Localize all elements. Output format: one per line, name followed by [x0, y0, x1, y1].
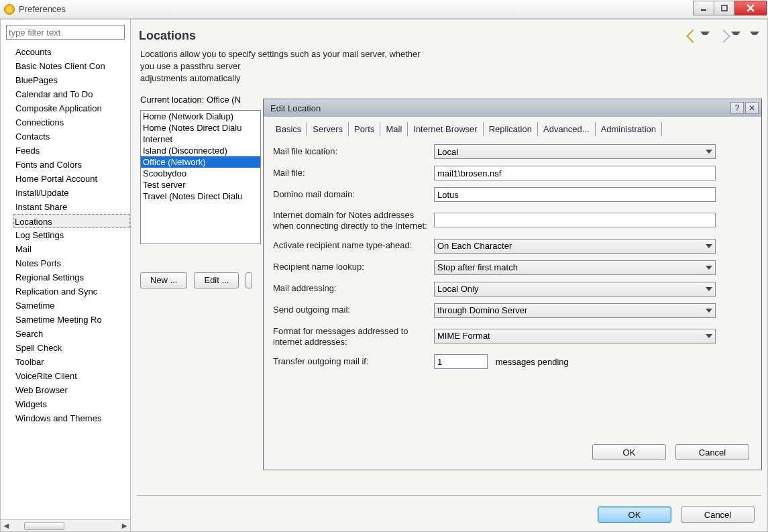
- transfer-label: Transfer outgoing mail if:: [273, 356, 431, 367]
- lookup-label: Recipient name lookup:: [273, 262, 431, 272]
- tree-item[interactable]: Fonts and Colors: [14, 158, 130, 172]
- dialog-tab[interactable]: Mail: [380, 122, 408, 136]
- dialog-tab[interactable]: Servers: [307, 122, 349, 136]
- domino-domain-input[interactable]: [434, 187, 716, 202]
- minimize-button[interactable]: [693, 1, 714, 15]
- dialog-close-button[interactable]: ✕: [745, 102, 759, 114]
- dialog-tabs: BasicsServersPortsMailInternet BrowserRe…: [264, 117, 761, 136]
- dialog-title: Edit Location: [270, 103, 729, 113]
- page-nav: [688, 32, 759, 41]
- internet-domain-input[interactable]: [434, 213, 716, 227]
- dialog-tab[interactable]: Basics: [270, 122, 307, 136]
- dialog-buttons: OK Cancel: [592, 444, 749, 460]
- tree-item[interactable]: VoiceRite Client: [14, 369, 130, 383]
- mail-file-label: Mail file:: [273, 168, 431, 178]
- forward-arrow-icon[interactable]: [717, 30, 730, 43]
- tree-item[interactable]: Log Settings: [14, 228, 130, 242]
- tree-item[interactable]: Spell Check: [14, 341, 130, 355]
- tree-item[interactable]: Regional Settings: [14, 270, 130, 284]
- new-location-button[interactable]: New ...: [140, 272, 187, 288]
- transfer-suffix: messages pending: [496, 357, 569, 367]
- window-buttons: [694, 1, 767, 15]
- outgoing-select[interactable]: through Domino Server: [434, 303, 716, 318]
- tree-item[interactable]: Install/Update: [14, 186, 130, 200]
- tree-item[interactable]: Widgets: [14, 397, 130, 411]
- tree-item[interactable]: Feeds: [14, 144, 130, 158]
- chevron-down-icon: [706, 309, 712, 313]
- transfer-count-input[interactable]: [434, 354, 488, 369]
- chevron-down-icon: [706, 287, 712, 291]
- tree-item[interactable]: Sametime: [14, 299, 130, 313]
- dialog-help-button[interactable]: ?: [730, 102, 744, 114]
- window-title: Preferences: [19, 4, 694, 14]
- lookup-select[interactable]: Stop after first match: [434, 260, 716, 275]
- location-list-item[interactable]: Office (Network): [141, 156, 260, 168]
- back-arrow-icon[interactable]: [686, 30, 700, 43]
- app-icon: [4, 4, 15, 15]
- mail-file-input[interactable]: [434, 166, 716, 180]
- location-list-item[interactable]: Travel (Notes Direct Dialu: [141, 191, 260, 202]
- forward-dropdown-icon[interactable]: [731, 32, 740, 41]
- preferences-dialog-buttons: OK Cancel: [598, 507, 755, 523]
- tree-item[interactable]: Mail: [14, 242, 130, 256]
- location-list-item[interactable]: Internet: [141, 134, 260, 145]
- tree-item[interactable]: Toolbar: [14, 355, 130, 369]
- tree-item[interactable]: Replication and Sync: [14, 284, 130, 299]
- location-list-item[interactable]: Island (Disconnected): [141, 145, 260, 156]
- typeahead-select[interactable]: On Each Character: [434, 239, 716, 254]
- location-list-item[interactable]: Scoobydoo: [141, 168, 260, 179]
- transfer-row: messages pending: [434, 354, 752, 369]
- dialog-tab[interactable]: Advanced...: [538, 122, 596, 136]
- dialog-tab[interactable]: Replication: [484, 122, 538, 136]
- truncated-button[interactable]: [245, 272, 252, 288]
- tree-item[interactable]: Sametime Meeting Ro: [14, 313, 130, 327]
- edit-location-button[interactable]: Edit ...: [194, 272, 239, 288]
- page-heading: Locations: [139, 29, 688, 43]
- tree-item[interactable]: Search: [14, 327, 130, 341]
- format-select[interactable]: MIME Format: [434, 329, 716, 343]
- tree-item[interactable]: Accounts: [14, 45, 130, 59]
- scroll-right-icon[interactable]: ►: [120, 521, 129, 531]
- back-dropdown-icon[interactable]: [700, 32, 710, 41]
- preferences-cancel-button[interactable]: Cancel: [681, 507, 755, 523]
- tree-item[interactable]: Notes Ports: [14, 256, 130, 270]
- tree-horizontal-scrollbar[interactable]: ◄ ►: [1, 519, 130, 531]
- location-list-item[interactable]: Home (Network Dialup): [141, 111, 260, 122]
- typeahead-label: Activate recipient name type-ahead:: [273, 240, 431, 251]
- locations-listbox[interactable]: Home (Network Dialup)Home (Notes Direct …: [140, 110, 261, 244]
- chevron-down-icon: [706, 244, 712, 248]
- menu-dropdown-icon[interactable]: [750, 32, 759, 41]
- dialog-ok-button[interactable]: OK: [592, 444, 666, 460]
- location-list-item[interactable]: Home (Notes Direct Dialu: [141, 122, 260, 134]
- titlebar: Preferences: [0, 0, 768, 19]
- tree-item[interactable]: Instant Share: [14, 200, 130, 214]
- scroll-left-icon[interactable]: ◄: [2, 521, 11, 531]
- tree-item[interactable]: Contacts: [14, 129, 130, 144]
- dialog-tab[interactable]: Ports: [349, 122, 380, 136]
- tree-item[interactable]: Locations: [13, 214, 130, 228]
- mail-form: Mail file location: Local Mail file: Dom…: [264, 136, 761, 377]
- tree-item[interactable]: Windows and Themes: [14, 411, 130, 425]
- filter-input[interactable]: [6, 25, 125, 40]
- addressing-select[interactable]: Local Only: [434, 282, 716, 297]
- tree-item[interactable]: BluePages: [14, 73, 130, 87]
- tree-item[interactable]: Connections: [14, 115, 130, 129]
- format-label: Format for messages addressed to interne…: [273, 325, 431, 348]
- preferences-tree[interactable]: AccountsBasic Notes Client ConBluePagesC…: [1, 45, 130, 519]
- dialog-tab[interactable]: Internet Browser: [408, 122, 483, 136]
- dialog-cancel-button[interactable]: Cancel: [675, 444, 749, 460]
- location-list-item[interactable]: Test server: [141, 179, 260, 191]
- dialog-tab[interactable]: Administration: [596, 122, 662, 136]
- scroll-thumb[interactable]: [24, 522, 64, 530]
- tree-item[interactable]: Calendar and To Do: [14, 87, 130, 101]
- tree-item[interactable]: Composite Application: [14, 101, 130, 115]
- preferences-ok-button[interactable]: OK: [598, 507, 671, 523]
- close-button[interactable]: [734, 1, 767, 15]
- mail-file-location-select[interactable]: Local: [434, 144, 716, 159]
- maximize-button[interactable]: [714, 1, 735, 15]
- tree-item[interactable]: Basic Notes Client Con: [14, 59, 130, 73]
- tree-item[interactable]: Web Browser: [14, 383, 130, 397]
- dialog-titlebar: Edit Location ? ✕: [264, 99, 761, 117]
- svg-rect-1: [722, 5, 727, 11]
- tree-item[interactable]: Home Portal Account: [14, 172, 130, 186]
